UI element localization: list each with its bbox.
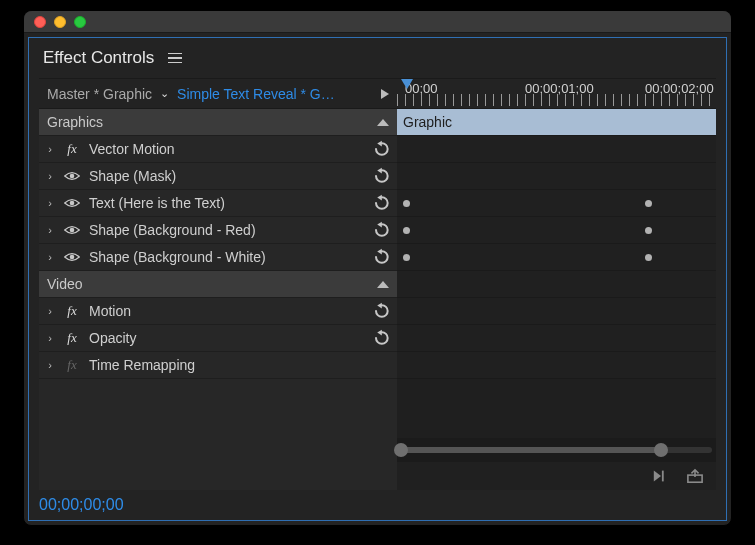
current-timecode: 00;00;00;00 xyxy=(39,496,124,514)
timeline-area: 00;00 00;00;01;00 00;00;02;00 Graphic xyxy=(397,79,716,490)
keyframe-icon[interactable] xyxy=(403,254,410,261)
timecode-display[interactable]: 00;00;00;00 xyxy=(29,490,726,520)
effect-row[interactable]: ›fxTime Remapping xyxy=(39,352,397,379)
twirl-icon[interactable]: › xyxy=(45,359,55,371)
keyframe-icon[interactable] xyxy=(645,227,652,234)
clip-track[interactable]: Graphic xyxy=(397,109,716,136)
breadcrumb: Master * Graphic ⌄ Simple Text Reveal * … xyxy=(39,79,397,109)
twirl-icon[interactable]: › xyxy=(45,143,55,155)
play-preview-icon[interactable] xyxy=(381,89,389,99)
group-label: Graphics xyxy=(47,114,103,130)
fx-badge-icon[interactable]: fx xyxy=(63,303,81,319)
app-window: Effect Controls Master * Graphic ⌄ Simpl… xyxy=(23,10,732,526)
macos-titlebar xyxy=(24,11,731,33)
scrollbar-handle-left[interactable] xyxy=(394,443,408,457)
scrollbar-handle-right[interactable] xyxy=(654,443,668,457)
visibility-eye-icon[interactable] xyxy=(63,251,81,263)
reset-icon[interactable] xyxy=(371,167,391,185)
keyframe-lane[interactable] xyxy=(397,163,716,190)
step-forward-icon[interactable] xyxy=(652,468,670,484)
keyframe-icon[interactable] xyxy=(403,200,410,207)
group-graphics[interactable]: Graphics xyxy=(39,109,397,136)
keyframe-lane[interactable] xyxy=(397,190,716,217)
effect-label: Shape (Background - White) xyxy=(89,249,266,265)
keyframe-lane[interactable] xyxy=(397,244,716,271)
keyframe-icon[interactable] xyxy=(403,227,410,234)
empty-space xyxy=(39,379,397,490)
timeline-footer xyxy=(397,462,716,490)
effect-row[interactable]: ›Shape (Mask) xyxy=(39,163,397,190)
effect-row[interactable]: ›fxMotion xyxy=(39,298,397,325)
twirl-icon[interactable]: › xyxy=(45,305,55,317)
twirl-icon[interactable]: › xyxy=(45,197,55,209)
effects-list: Master * Graphic ⌄ Simple Text Reveal * … xyxy=(39,79,397,490)
clip-track-label: Graphic xyxy=(403,114,452,130)
twirl-icon[interactable]: › xyxy=(45,332,55,344)
reset-icon[interactable] xyxy=(371,302,391,320)
visibility-eye-icon[interactable] xyxy=(63,197,81,209)
panel-frame: Effect Controls Master * Graphic ⌄ Simpl… xyxy=(28,37,727,521)
effect-row[interactable]: ›Shape (Background - White) xyxy=(39,244,397,271)
keyframe-lane[interactable] xyxy=(397,217,716,244)
keyframe-lane[interactable] xyxy=(397,136,716,163)
fx-badge-icon[interactable]: fx xyxy=(63,357,81,373)
visibility-eye-icon[interactable] xyxy=(63,224,81,236)
effect-label: Shape (Mask) xyxy=(89,168,176,184)
twirl-icon[interactable]: › xyxy=(45,251,55,263)
twirl-icon[interactable]: › xyxy=(45,224,55,236)
effect-row[interactable]: ›fxVector Motion xyxy=(39,136,397,163)
scrollbar-thumb[interactable] xyxy=(401,447,661,453)
ruler-ticks xyxy=(397,94,716,106)
scrollbar-track[interactable] xyxy=(401,447,712,453)
effect-label: Opacity xyxy=(89,330,136,346)
effect-label: Vector Motion xyxy=(89,141,175,157)
breadcrumb-clip[interactable]: Simple Text Reveal * G… xyxy=(177,86,335,102)
fx-badge-icon[interactable]: fx xyxy=(63,141,81,157)
fx-badge-icon[interactable]: fx xyxy=(63,330,81,346)
keyframe-lane[interactable] xyxy=(397,298,716,325)
effect-row[interactable]: ›Text (Here is the Text) xyxy=(39,190,397,217)
group-label: Video xyxy=(47,276,83,292)
zoom-scrollbar[interactable] xyxy=(397,438,716,462)
effect-label: Time Remapping xyxy=(89,357,195,373)
panel-menu-icon[interactable] xyxy=(168,53,182,64)
reset-icon[interactable] xyxy=(371,194,391,212)
group-video[interactable]: Video xyxy=(39,271,397,298)
effect-row[interactable]: ›fxOpacity xyxy=(39,325,397,352)
breadcrumb-master[interactable]: Master * Graphic xyxy=(47,86,152,102)
visibility-eye-icon[interactable] xyxy=(63,170,81,182)
maximize-icon[interactable] xyxy=(74,16,86,28)
panel-header: Effect Controls xyxy=(29,38,726,78)
minimize-icon[interactable] xyxy=(54,16,66,28)
twirl-icon[interactable]: › xyxy=(45,170,55,182)
reset-icon[interactable] xyxy=(371,140,391,158)
effect-label: Text (Here is the Text) xyxy=(89,195,225,211)
effect-row[interactable]: ›Shape (Background - Red) xyxy=(39,217,397,244)
keyframe-lane[interactable] xyxy=(397,271,716,298)
collapse-caret-icon[interactable] xyxy=(377,281,389,288)
close-icon[interactable] xyxy=(34,16,46,28)
content-area: Master * Graphic ⌄ Simple Text Reveal * … xyxy=(39,78,716,490)
keyframe-lane[interactable] xyxy=(397,352,716,379)
playhead-icon[interactable] xyxy=(401,79,413,89)
export-icon[interactable] xyxy=(686,468,704,484)
effect-label: Motion xyxy=(89,303,131,319)
keyframe-lane[interactable] xyxy=(397,325,716,352)
keyframe-icon[interactable] xyxy=(645,200,652,207)
empty-space xyxy=(397,379,716,438)
reset-icon[interactable] xyxy=(371,221,391,239)
effect-label: Shape (Background - Red) xyxy=(89,222,256,238)
reset-icon[interactable] xyxy=(371,248,391,266)
reset-icon[interactable] xyxy=(371,329,391,347)
time-ruler[interactable]: 00;00 00;00;01;00 00;00;02;00 xyxy=(397,79,716,109)
panel-title: Effect Controls xyxy=(43,48,154,68)
keyframe-icon[interactable] xyxy=(645,254,652,261)
collapse-caret-icon[interactable] xyxy=(377,119,389,126)
chevron-down-icon[interactable]: ⌄ xyxy=(160,87,169,100)
